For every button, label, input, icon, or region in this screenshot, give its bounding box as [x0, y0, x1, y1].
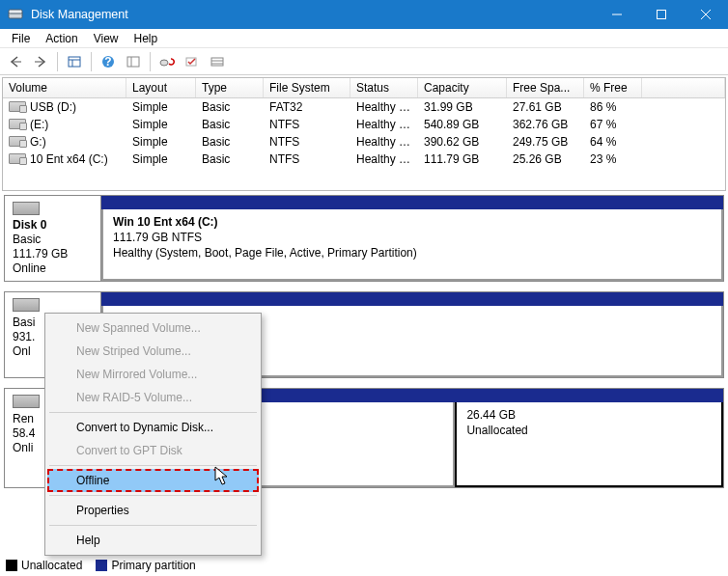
partition[interactable]: Win 10 Ent x64 (C:)111.79 GB NTFSHealthy… [101, 209, 723, 281]
svg-rect-3 [658, 11, 666, 19]
col-volume[interactable]: Volume [3, 78, 126, 97]
disk-icon [13, 202, 40, 215]
context-item-convert-to-gpt-disk: Convert to GPT Disk [47, 439, 259, 462]
menubar: File Action View Help [0, 29, 728, 48]
menu-view[interactable]: View [86, 30, 126, 47]
context-item-help[interactable]: Help [47, 529, 259, 552]
table-header: Volume Layout Type File System Status Ca… [3, 78, 725, 98]
col-pctfree[interactable]: % Free [584, 78, 642, 97]
svg-text:?: ? [104, 55, 111, 69]
list-view-button[interactable] [206, 51, 229, 72]
col-free[interactable]: Free Spa... [507, 78, 584, 97]
col-layout[interactable]: Layout [126, 78, 196, 97]
col-status[interactable]: Status [350, 78, 418, 97]
context-item-new-raid-5-volume: New RAID-5 Volume... [47, 386, 259, 409]
legend-unallocated: Unallocated [6, 558, 82, 572]
toolbar: ? [0, 48, 728, 75]
titlebar: Disk Management [0, 0, 728, 29]
svg-rect-17 [211, 58, 223, 66]
legend: Unallocated Primary partition [6, 556, 196, 574]
context-item-convert-to-dynamic-disk[interactable]: Convert to Dynamic Disk... [47, 416, 259, 439]
disk-label[interactable]: Disk 0 Basic 111.79 GB Online [5, 196, 101, 281]
col-spacer [642, 78, 725, 97]
partition-strip [101, 196, 723, 209]
col-type[interactable]: Type [196, 78, 264, 97]
table-row[interactable]: USB (D:)SimpleBasicFAT32Healthy (A...31.… [3, 98, 725, 116]
minimize-button[interactable] [595, 0, 639, 29]
check-button[interactable] [181, 51, 204, 72]
help-button[interactable]: ? [97, 51, 120, 72]
context-item-new-mirrored-volume: New Mirrored Volume... [47, 363, 259, 386]
svg-rect-1 [9, 10, 22, 14]
context-separator [49, 495, 257, 496]
partition-size: 26.44 GB [466, 408, 712, 422]
svg-rect-8 [69, 57, 80, 67]
toolbar-separator [150, 52, 151, 71]
volume-icon [9, 119, 26, 129]
svg-point-15 [160, 60, 168, 66]
close-button[interactable] [684, 0, 728, 29]
show-hide-button[interactable] [122, 51, 145, 72]
context-item-new-spanned-volume: New Spanned Volume... [47, 316, 259, 340]
maximize-button[interactable] [639, 0, 684, 29]
view-settings-button[interactable] [63, 51, 86, 72]
volume-icon [9, 153, 26, 164]
partition-status: Unallocated [466, 424, 712, 437]
disk-context-menu: New Spanned Volume...New Striped Volume.… [44, 313, 262, 556]
col-filesystem[interactable]: File System [264, 78, 350, 97]
toolbar-separator [91, 52, 92, 71]
context-separator [49, 525, 257, 526]
table-row[interactable]: G:)SimpleBasicNTFSHealthy (P...390.62 GB… [3, 133, 725, 151]
rescan-disks-button[interactable] [155, 51, 179, 72]
cursor-icon [214, 466, 232, 490]
disk-state: Online [13, 261, 93, 275]
context-separator [49, 412, 257, 413]
volume-icon [9, 101, 26, 112]
unallocated-partition[interactable]: 26.44 GBUnallocated [455, 402, 723, 487]
context-item-new-striped-volume: New Striped Volume... [47, 340, 259, 363]
menu-action[interactable]: Action [38, 30, 85, 47]
disk-type: Basic [13, 233, 93, 246]
disk-icon [13, 395, 40, 408]
disk-icon [13, 298, 40, 312]
table-row[interactable]: 10 Ent x64 (C:)SimpleBasicNTFSHealthy (S… [3, 151, 725, 168]
col-capacity[interactable]: Capacity [418, 78, 507, 97]
app-icon [8, 7, 23, 22]
forward-button[interactable] [29, 51, 52, 72]
disk-name: Disk 0 [13, 218, 93, 232]
partition-size: 111.79 GB NTFS [113, 231, 712, 244]
context-item-properties[interactable]: Properties [47, 499, 259, 522]
svg-rect-13 [127, 57, 139, 67]
disk-size: 111.79 GB [13, 247, 93, 261]
toolbar-separator [57, 52, 58, 71]
legend-primary: Primary partition [96, 558, 195, 572]
back-button[interactable] [4, 51, 27, 72]
volume-table: Volume Layout Type File System Status Ca… [2, 77, 726, 191]
window-title: Disk Management [31, 8, 595, 21]
menu-file[interactable]: File [4, 30, 38, 47]
table-row[interactable]: (E:)SimpleBasicNTFSHealthy (P...540.89 G… [3, 116, 725, 133]
disk-row[interactable]: Disk 0 Basic 111.79 GB OnlineWin 10 Ent … [4, 195, 724, 282]
menu-help[interactable]: Help [126, 30, 166, 47]
partition-strip [101, 292, 723, 306]
partition-title: Win 10 Ent x64 (C:) [113, 215, 712, 229]
partition-status: Healthy (System, Boot, Page File, Active… [113, 246, 712, 260]
volume-icon [9, 136, 26, 147]
